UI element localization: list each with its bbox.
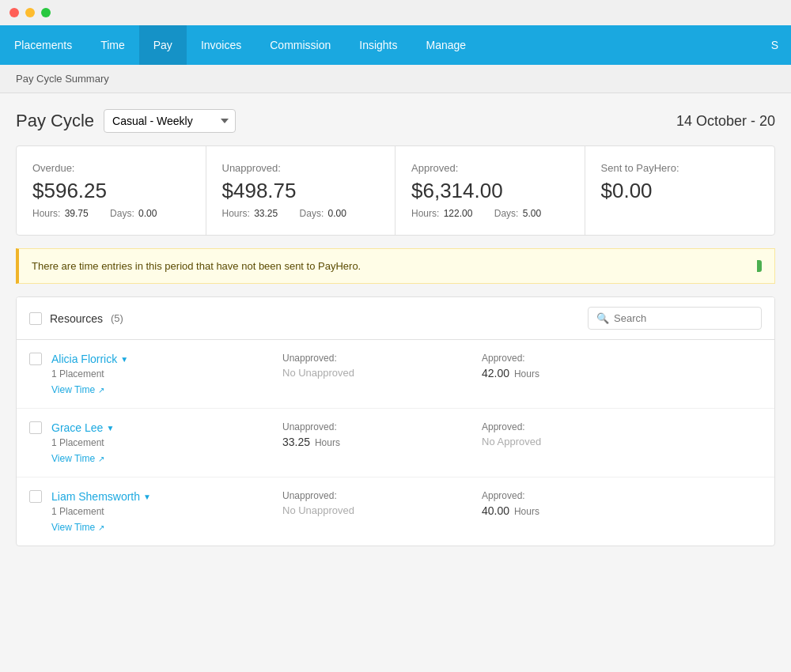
overdue-details: Hours: 39.75 Days: 0.00 bbox=[32, 208, 190, 219]
navbar-user: S bbox=[759, 25, 791, 65]
payhero-label: Sent to PayHero: bbox=[601, 162, 759, 174]
resource-placement-liam: 1 Placement bbox=[51, 506, 273, 517]
unapproved-label: Unapproved: bbox=[222, 162, 380, 174]
pay-cycle-header: Pay Cycle Casual - Weekly Permanent - We… bbox=[16, 109, 775, 133]
select-all-checkbox[interactable] bbox=[29, 312, 42, 325]
maximize-dot[interactable] bbox=[41, 8, 51, 17]
unapproved-value-liam: No Unapproved bbox=[282, 504, 472, 516]
view-time-link-liam[interactable]: View Time ↗ bbox=[51, 522, 273, 533]
approved-value-grace: No Approved bbox=[482, 436, 762, 447]
resource-approved-grace: Approved: No Approved bbox=[482, 421, 762, 447]
minimize-dot[interactable] bbox=[25, 8, 35, 17]
navbar: Placements Time Pay Invoices Commission … bbox=[0, 25, 791, 65]
resource-placement-grace: 1 Placement bbox=[51, 437, 273, 448]
resource-name-liam[interactable]: Liam Shemsworth ▼ bbox=[51, 490, 273, 503]
summary-card-payhero: Sent to PayHero: $0.00 bbox=[585, 146, 775, 235]
nav-insights[interactable]: Insights bbox=[345, 25, 411, 65]
resource-unapproved-alicia: Unapproved: No Unapproved bbox=[282, 353, 472, 379]
close-dot[interactable] bbox=[9, 8, 19, 17]
resources-header-left: Resources (5) bbox=[29, 312, 588, 325]
warning-message: There are time entries in this period th… bbox=[32, 260, 361, 272]
warning-banner: There are time entries in this period th… bbox=[16, 248, 775, 284]
approved-value-alicia: 42.00 Hours bbox=[482, 367, 762, 379]
nav-commission[interactable]: Commission bbox=[255, 25, 345, 65]
external-link-icon: ↗ bbox=[98, 523, 104, 532]
pay-cycle-title: Pay Cycle bbox=[16, 111, 94, 131]
summary-card-overdue: Overdue: $596.25 Hours: 39.75 Days: 0.00 bbox=[17, 146, 206, 235]
search-icon: 🔍 bbox=[596, 312, 609, 324]
nav-pay[interactable]: Pay bbox=[139, 25, 187, 65]
chevron-down-icon: ▼ bbox=[120, 355, 128, 364]
approved-label: Approved: bbox=[411, 162, 569, 174]
table-row: Liam Shemsworth ▼ 1 Placement View Time … bbox=[17, 478, 774, 546]
summary-cards: Overdue: $596.25 Hours: 39.75 Days: 0.00… bbox=[16, 145, 775, 236]
payhero-amount: $0.00 bbox=[601, 179, 759, 203]
view-time-link-grace[interactable]: View Time ↗ bbox=[51, 453, 273, 464]
resource-approved-alicia: Approved: 42.00 Hours bbox=[482, 353, 762, 379]
resources-container: Resources (5) 🔍 Alicia Florrick ▼ 1 Plac… bbox=[16, 296, 775, 546]
resource-info-grace: Grace Lee ▼ 1 Placement View Time ↗ bbox=[51, 421, 273, 464]
external-link-icon: ↗ bbox=[98, 386, 104, 395]
resource-placement-alicia: 1 Placement bbox=[51, 368, 273, 379]
resource-name-alicia[interactable]: Alicia Florrick ▼ bbox=[51, 353, 273, 365]
summary-card-unapproved: Unapproved: $498.75 Hours: 33.25 Days: 0… bbox=[206, 146, 396, 235]
approved-amount: $6,314.00 bbox=[411, 179, 569, 203]
resource-info-alicia: Alicia Florrick ▼ 1 Placement View Time … bbox=[51, 353, 273, 395]
resources-count: (5) bbox=[111, 312, 123, 324]
pay-cycle-dropdown[interactable]: Casual - Weekly Permanent - Weekly Casua… bbox=[104, 109, 236, 133]
table-row: Alicia Florrick ▼ 1 Placement View Time … bbox=[17, 340, 774, 409]
approved-details: Hours: 122.00 Days: 5.00 bbox=[411, 208, 569, 219]
unapproved-value-alicia: No Unapproved bbox=[282, 367, 472, 379]
navbar-spacer bbox=[480, 25, 759, 65]
pay-cycle-date: 14 October - 20 bbox=[676, 113, 775, 130]
search-box: 🔍 bbox=[588, 307, 762, 330]
overdue-amount: $596.25 bbox=[32, 179, 190, 203]
unapproved-value-grace: 33.25 Hours bbox=[282, 436, 472, 448]
resources-header: Resources (5) 🔍 bbox=[17, 297, 774, 340]
pay-cycle-left: Pay Cycle Casual - Weekly Permanent - We… bbox=[16, 109, 236, 133]
resource-name-grace[interactable]: Grace Lee ▼ bbox=[51, 421, 273, 434]
resource-info-liam: Liam Shemsworth ▼ 1 Placement View Time … bbox=[51, 490, 273, 533]
resource-unapproved-grace: Unapproved: 33.25 Hours bbox=[282, 421, 472, 448]
chevron-down-icon: ▼ bbox=[143, 493, 151, 501]
unapproved-details: Hours: 33.25 Days: 0.00 bbox=[222, 208, 380, 219]
nav-placements[interactable]: Placements bbox=[0, 25, 86, 65]
resource-approved-liam: Approved: 40.00 Hours bbox=[482, 490, 762, 517]
row-checkbox-liam[interactable] bbox=[29, 490, 42, 503]
nav-invoices[interactable]: Invoices bbox=[187, 25, 255, 65]
view-time-link-alicia[interactable]: View Time ↗ bbox=[51, 384, 273, 395]
nav-manage[interactable]: Manage bbox=[412, 25, 481, 65]
table-row: Grace Lee ▼ 1 Placement View Time ↗ Unap… bbox=[17, 409, 774, 478]
resources-title: Resources bbox=[50, 312, 103, 325]
warning-green-bar bbox=[757, 260, 762, 272]
main-content: Pay Cycle Casual - Weekly Permanent - We… bbox=[0, 93, 791, 670]
search-input[interactable] bbox=[614, 312, 753, 324]
resource-unapproved-liam: Unapproved: No Unapproved bbox=[282, 490, 472, 516]
approved-value-liam: 40.00 Hours bbox=[482, 504, 762, 517]
breadcrumb: Pay Cycle Summary bbox=[0, 65, 791, 93]
summary-card-approved: Approved: $6,314.00 Hours: 122.00 Days: … bbox=[396, 146, 585, 235]
row-checkbox-grace[interactable] bbox=[29, 421, 42, 434]
unapproved-amount: $498.75 bbox=[222, 179, 380, 203]
external-link-icon: ↗ bbox=[98, 455, 104, 463]
nav-time[interactable]: Time bbox=[86, 25, 139, 65]
row-checkbox-alicia[interactable] bbox=[29, 353, 42, 365]
overdue-label: Overdue: bbox=[32, 162, 190, 174]
chevron-down-icon: ▼ bbox=[106, 424, 114, 432]
title-bar bbox=[0, 0, 791, 25]
